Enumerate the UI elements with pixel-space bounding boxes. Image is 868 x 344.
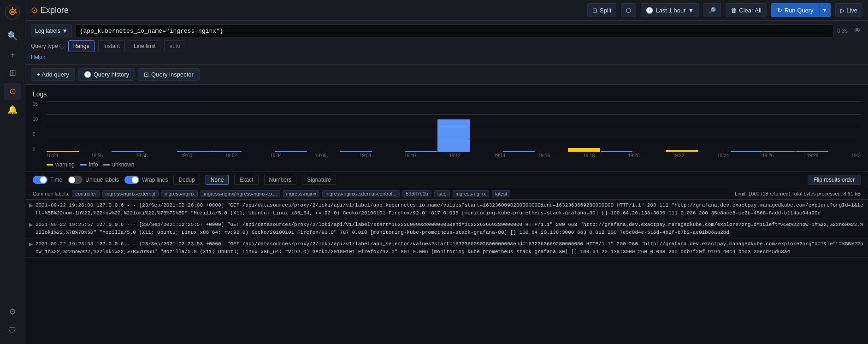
sidebar-item-alerting[interactable]: 🔔 (4, 101, 21, 118)
label-tag[interactable]: ingress-nginx (161, 190, 198, 197)
run-query-label: Run Query (785, 7, 814, 14)
x-label: 19:08 (360, 153, 371, 158)
chart-bar (437, 119, 470, 153)
action-bar: + Add query 🕐 Query history ⊡ Query insp… (25, 65, 868, 85)
x-label: 19:10 (404, 153, 416, 158)
query-inspector-button[interactable]: ⊡ Query inspector (138, 68, 200, 81)
view-numbers-label: Numbers (269, 177, 292, 183)
label-tag[interactable]: istio (434, 190, 450, 197)
dedup-button[interactable]: Dedup (173, 175, 200, 185)
chart-bar (307, 152, 340, 152)
x-label: 19:24 (717, 153, 729, 158)
time-toggle[interactable] (33, 176, 47, 184)
chart-area[interactable]: 15 10 5 0 (25, 100, 868, 160)
label-tag[interactable]: ingress-nginx/ingress-nginx-ex... (201, 190, 280, 197)
query-type-text: Query type (31, 43, 58, 49)
run-query-dropdown-button[interactable]: ▼ (820, 3, 831, 17)
log-expand-icon[interactable]: ▶ (29, 241, 33, 247)
chart-bar (796, 151, 828, 152)
line-limit-label: Line limit (134, 43, 155, 49)
legend-warning: warning (47, 161, 75, 168)
live-icon: ▷ (840, 7, 845, 14)
help-link[interactable]: Help › (31, 54, 862, 60)
sidebar-item-admin[interactable]: 🛡 (4, 322, 21, 338)
chart-bar (601, 151, 633, 152)
time-picker[interactable]: 🕐 Last 1 hour ▼ (641, 3, 699, 17)
unique-labels-toggle[interactable] (68, 176, 83, 184)
range-label: Range (73, 43, 89, 49)
log-expand-icon[interactable]: ▶ (29, 202, 33, 208)
toggle-query-visibility-button[interactable]: 👁 (851, 26, 862, 36)
query-input[interactable] (76, 24, 834, 37)
query-type-range-button[interactable]: Range (68, 40, 94, 52)
unique-labels-toggle-knob (69, 177, 75, 183)
wrap-lines-toggle-item: Wrap lines (124, 176, 168, 184)
sidebar-item-search[interactable]: 🔍 (4, 28, 21, 44)
log-text: 2021-09-22 19:26:00 127.0.0.6 - - [23/Se… (35, 202, 864, 217)
x-label: 19:26 (762, 153, 774, 158)
inspector-icon: ⊡ (144, 71, 149, 78)
common-labels-row: Common labels: controller ingress-nginx-… (25, 188, 868, 200)
clear-all-button[interactable]: 🗑 Clear All (726, 3, 766, 17)
sidebar-item-new[interactable]: ＋ (4, 46, 21, 63)
x-label: 19:16 (538, 153, 550, 158)
grafana-logo[interactable] (4, 4, 21, 20)
add-query-button[interactable]: + Add query (31, 68, 75, 81)
query-history-label: Query history (94, 71, 129, 78)
query-area: Log labels ▼ 0.3s 👁 Query type ⓘ Range I… (25, 21, 868, 65)
y-label-15: 15 (33, 101, 38, 107)
query-type-instant-button[interactable]: Instant (98, 40, 125, 52)
label-tag[interactable]: ingress-nginx-external (102, 190, 159, 197)
chart-bar (666, 150, 698, 153)
clock-icon: 🕐 (646, 7, 653, 14)
sidebar-item-settings[interactable]: ⚙ (4, 303, 21, 320)
log-text: 2021-09-22 19:23:53 127.0.0.6 - - [23/Se… (35, 240, 864, 255)
trash-icon: 🗑 (731, 7, 737, 14)
flip-results-button[interactable]: Flip results order (808, 175, 861, 185)
x-label: 19:02 (225, 153, 237, 158)
label-tag[interactable]: controller (72, 190, 99, 197)
chart-bar (470, 152, 502, 152)
log-labels-badge[interactable]: Log labels ▼ (31, 24, 72, 37)
view-numbers-button[interactable]: Numbers (264, 175, 297, 185)
view-none-label: None (211, 177, 224, 183)
log-entry[interactable]: ▶ 2021-09-22 19:23:53 127.0.0.6 - - [23/… (25, 238, 868, 258)
query-history-button[interactable]: 🕐 Query history (78, 68, 135, 81)
query-type-line-limit-button[interactable]: Line limit (129, 40, 160, 52)
sidebar-item-dashboards[interactable]: ⊞ (4, 65, 21, 81)
time-range-label: Last 1 hour (655, 7, 685, 14)
x-label: 19:18 (583, 153, 595, 158)
view-none-button[interactable]: None (206, 175, 229, 185)
run-query-button[interactable]: ↻ Run Query (771, 3, 820, 17)
label-tag[interactable]: 699ff7b0b (402, 190, 431, 197)
live-button[interactable]: ▷ Live (835, 3, 862, 17)
zoom-button[interactable]: 🔎 (703, 3, 721, 17)
x-label: 19:00 (181, 153, 192, 158)
log-expand-icon[interactable]: ▶ (29, 222, 33, 228)
share-button[interactable]: ⬡ (621, 3, 636, 17)
split-button[interactable]: ⊡ Split (587, 3, 616, 17)
x-label: 19:28 (807, 153, 818, 158)
x-label: 18:56 (91, 153, 103, 158)
x-label: 19:14 (494, 153, 505, 158)
unknown-color (103, 164, 110, 166)
sidebar-item-explore[interactable]: ⊙ (4, 83, 21, 100)
log-entry[interactable]: ▶ 2021-09-22 19:25:57 127.0.0.6 - - [23/… (25, 219, 868, 238)
wrap-lines-toggle[interactable] (124, 176, 139, 184)
view-exact-button[interactable]: Exact (234, 175, 258, 185)
split-label: Split (600, 7, 611, 14)
label-tag[interactable]: latest (492, 190, 510, 197)
chart-bars (47, 101, 861, 152)
label-tag[interactable]: ingress-nginx (453, 190, 489, 197)
flip-results-label: Flip results order (814, 177, 855, 183)
chart-bar (47, 151, 79, 152)
query-inspector-label: Query inspector (151, 71, 194, 78)
view-signature-button[interactable]: Signature (302, 175, 336, 185)
chart-bar (503, 151, 535, 152)
label-tag[interactable]: ingress-nginx-external-control... (322, 190, 400, 197)
chart-xaxis: 18:54 18:56 18:58 19:00 19:02 19:04 19:0… (47, 152, 861, 158)
logs-toolbar: Time Unique labels Wrap lines Dedup None (25, 172, 868, 188)
label-tag[interactable]: ingress-nginx (283, 190, 319, 197)
history-icon: 🕐 (84, 71, 91, 78)
log-entry[interactable]: ▶ 2021-09-22 19:26:00 127.0.0.6 - - [23/… (25, 200, 868, 219)
